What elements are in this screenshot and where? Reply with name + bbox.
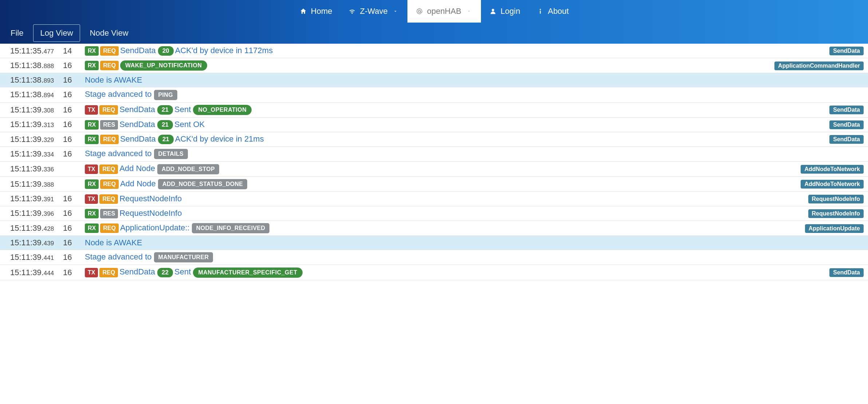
log-category: SendData [772,44,868,58]
chevron-down-icon [465,7,473,15]
chevron-down-icon [391,7,399,15]
log-row[interactable]: 15:11:39.44116Stage advanced to MANUFACT… [0,250,868,265]
log-row[interactable]: 15:11:38.88816RXREQWAKE_UP_NOTIFICATIONA… [0,58,868,73]
tx-badge: TX [85,165,98,174]
tab-node-view[interactable]: Node View [83,24,135,42]
req-badge: REQ [99,194,118,204]
category-badge: AddNodeToNetwork [801,165,864,174]
tab-file[interactable]: File [4,24,30,42]
res-badge: RES [100,120,118,130]
log-link[interactable]: SendData [119,267,155,276]
req-badge: REQ [99,268,118,277]
log-category [772,73,868,87]
log-link[interactable]: ApplicationUpdate:: [120,223,190,232]
status-pill: DETAILS [154,149,188,159]
log-node: 16 [60,147,82,162]
tx-badge: TX [85,105,98,115]
log-time: 15:11:39.428 [0,221,60,236]
log-table: 15:11:35.47714RXREQSendData 20ACK'd by d… [0,44,868,280]
log-category: AddNodeToNetwork [772,162,868,177]
counter-badge: 21 [158,135,174,144]
log-message: RXREQAdd Node ADD_NODE_STATUS_DONE [82,177,772,191]
rx-badge: RX [85,61,99,70]
log-row[interactable]: 15:11:39.336TXREQAdd Node ADD_NODE_STOPA… [0,162,868,177]
home-icon [299,7,307,15]
rx-badge: RX [85,209,99,218]
log-row[interactable]: 15:11:39.42816RXREQApplicationUpdate:: N… [0,221,868,236]
nav-login-label: Login [501,7,520,16]
log-row[interactable]: 15:11:39.30816TXREQSendData 21Sent NO_OP… [0,102,868,117]
log-category: AddNodeToNetwork [772,177,868,191]
log-node [60,177,82,191]
log-row[interactable]: 15:11:39.44416TXREQSendData 22Sent MANUF… [0,265,868,280]
log-category: SendData [772,117,868,132]
log-category [772,147,868,162]
log-row[interactable]: 15:11:39.32916RXREQSendData 21ACK'd by d… [0,132,868,146]
log-node: 16 [60,221,82,236]
log-message: Stage advanced to MANUFACTURER [82,250,772,265]
category-badge: ApplicationCommandHandler [774,62,864,70]
log-link[interactable]: Add Node [119,164,155,173]
log-row[interactable]: 15:11:39.39616RXRESRequestNodeInfo Reque… [0,206,868,221]
req-badge: REQ [100,223,119,233]
log-link[interactable]: Add Node [120,179,156,188]
nav-zwave[interactable]: Z-Wave [340,0,407,23]
log-link[interactable]: SendData [119,120,155,129]
log-row[interactable]: 15:11:39.33416Stage advanced to DETAILS [0,147,868,162]
log-link[interactable]: RequestNodeInfo [119,194,182,203]
counter-badge: 21 [157,120,173,130]
nav-home-label: Home [311,7,332,16]
log-link[interactable]: SendData [119,105,155,114]
nav-about[interactable]: About [528,0,577,23]
nav-openhab[interactable]: openHAB [407,0,481,23]
log-time: 15:11:38.894 [0,87,60,102]
log-row[interactable]: 15:11:38.89316Node is AWAKE [0,73,868,87]
log-message: Stage advanced to DETAILS [82,147,772,162]
info-icon [536,7,544,15]
log-row[interactable]: 15:11:38.89416Stage advanced to PING [0,87,868,102]
log-row[interactable]: 15:11:39.31316RXRESSendData 21Sent OK Se… [0,117,868,132]
svg-point-2 [540,9,541,10]
log-time: 15:11:35.477 [0,44,60,58]
log-link[interactable]: SendData [120,134,156,143]
log-text: Stage advanced to [85,252,154,261]
log-time: 15:11:39.313 [0,117,60,132]
log-row[interactable]: 15:11:39.39116TXREQRequestNodeInfo Reque… [0,191,868,206]
log-category: SendData [772,265,868,280]
command-pill: WAKE_UP_NOTIFICATION [120,60,207,71]
req-badge: REQ [100,46,119,56]
log-message: Node is AWAKE [82,236,772,250]
nav-login[interactable]: Login [481,0,528,23]
log-row[interactable]: 15:11:39.388RXREQAdd Node ADD_NODE_STATU… [0,177,868,191]
log-text: Stage advanced to [85,90,154,99]
wifi-icon [348,7,356,15]
top-bar: Home Z-Wave openHAB Login [0,0,868,44]
rx-badge: RX [85,179,99,189]
log-node: 16 [60,73,82,87]
tab-log-view[interactable]: Log View [33,24,80,42]
log-link[interactable]: SendData [120,46,156,55]
log-message: RXREQSendData 21ACK'd by device in 21ms [82,132,772,146]
log-row[interactable]: 15:11:35.47714RXREQSendData 20ACK'd by d… [0,44,868,58]
log-link[interactable]: RequestNodeInfo [119,209,182,218]
category-badge: ApplicationUpdate [805,224,864,233]
counter-badge: 21 [157,105,173,115]
log-time: 15:11:39.396 [0,206,60,221]
log-node: 16 [60,191,82,206]
category-badge: SendData [829,268,864,277]
log-node: 16 [60,58,82,73]
nav-home[interactable]: Home [291,0,340,23]
req-badge: REQ [100,179,119,189]
req-badge: REQ [100,135,119,144]
tx-badge: TX [85,268,98,277]
log-time: 15:11:39.334 [0,147,60,162]
log-category: RequestNodeInfo [772,191,868,206]
log-node: 16 [60,87,82,102]
log-category [772,87,868,102]
status-pill: ADD_NODE_STATUS_DONE [158,179,247,189]
user-icon [489,7,497,15]
category-badge: AddNodeToNetwork [801,180,864,189]
log-time: 15:11:39.388 [0,177,60,191]
nav-about-label: About [548,7,569,16]
log-row[interactable]: 15:11:39.43916Node is AWAKE [0,236,868,250]
